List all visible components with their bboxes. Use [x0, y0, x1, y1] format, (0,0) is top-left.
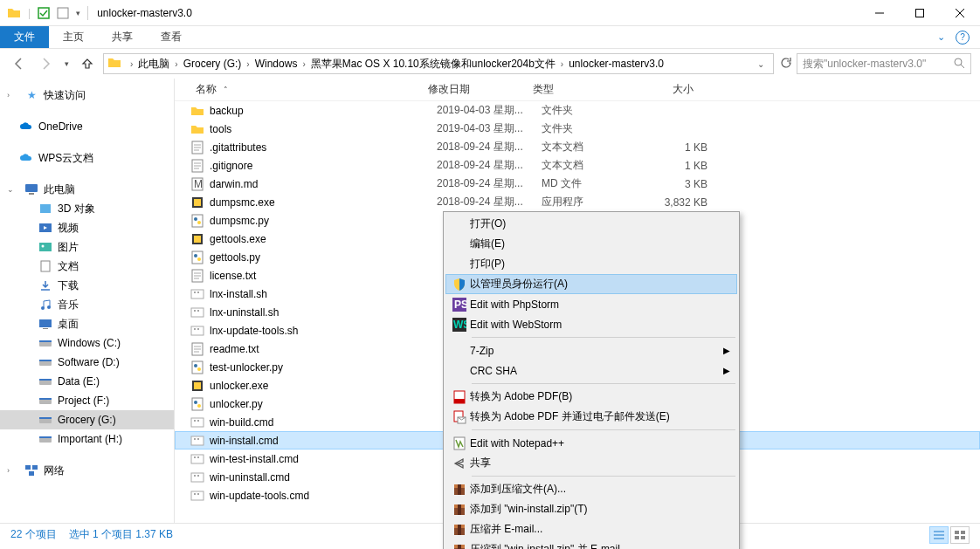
breadcrumb-item[interactable]: Grocery (G:)	[183, 58, 242, 70]
sidebar-item-onedrive[interactable]: OneDrive	[0, 117, 174, 136]
back-button[interactable]	[9, 53, 30, 74]
context-menu-item[interactable]: 打印(P)	[445, 254, 737, 274]
svg-rect-26	[39, 379, 52, 381]
sidebar-item-network[interactable]: ›网络	[0, 461, 174, 480]
sidebar-item[interactable]: 3D 对象	[0, 199, 174, 218]
search-box[interactable]: 搜索"unlocker-masterv3.0"	[797, 53, 971, 74]
breadcrumb-item[interactable]: 此电脑	[138, 57, 169, 72]
file-row[interactable]: backup2019-04-03 星期...文件夹	[175, 101, 980, 120]
file-icon	[190, 342, 204, 356]
menu-separator	[472, 337, 735, 338]
context-menu-item[interactable]: 7-Zip▶	[445, 340, 737, 360]
context-menu-item[interactable]: 以管理员身份运行(A)	[445, 274, 737, 294]
file-name: license.txt	[210, 270, 437, 282]
file-row[interactable]: tools2019-04-03 星期...文件夹	[175, 120, 980, 138]
sidebar-item-label: 音乐	[58, 298, 79, 312]
file-size: 3 KB	[646, 178, 725, 190]
sidebar-item[interactable]: 音乐	[0, 295, 174, 314]
ribbon-file-tab[interactable]: 文件	[0, 26, 49, 48]
context-menu-item[interactable]: 压缩并 E-mail...	[445, 519, 737, 539]
file-date: 2018-09-24 星期...	[437, 176, 542, 191]
context-menu-item[interactable]: 编辑(E)	[445, 234, 737, 254]
chevron-down-icon[interactable]: ▾	[76, 9, 80, 17]
large-icons-view-button[interactable]	[950, 526, 970, 544]
svg-rect-30	[39, 417, 52, 419]
close-button[interactable]	[940, 0, 980, 26]
context-menu-item[interactable]: 共享	[445, 453, 737, 473]
checkbox-icon[interactable]	[38, 7, 50, 19]
chevron-right-icon[interactable]: ›	[241, 59, 254, 69]
file-row[interactable]: dumpsmc.exe2018-09-24 星期...应用程序3,832 KB	[175, 193, 980, 211]
svg-point-85	[194, 438, 196, 440]
address-bar[interactable]: › 此电脑 › Grocery (G:) › Windows › 黑苹果Mac …	[103, 53, 774, 74]
context-menu-item[interactable]: 打开(O)	[445, 214, 737, 234]
forward-button[interactable]	[35, 53, 56, 74]
col-type[interactable]: 类型	[528, 82, 632, 97]
file-row[interactable]: .gitignore2018-09-24 星期...文本文档1 KB	[175, 156, 980, 175]
file-row[interactable]: .gitattributes2018-09-24 星期...文本文档1 KB	[175, 138, 980, 156]
drive-icon	[38, 336, 52, 350]
drive-icon	[38, 259, 52, 273]
qat-dropdown-icon[interactable]	[57, 7, 69, 19]
svg-point-18	[47, 305, 51, 309]
file-name: win-uninstall.cmd	[210, 471, 437, 484]
sidebar-item[interactable]: 图片	[0, 237, 174, 257]
sidebar-item[interactable]: 桌面	[0, 314, 174, 333]
ribbon-tab-home[interactable]: 主页	[49, 26, 98, 48]
chevron-right-icon[interactable]: ›	[7, 91, 16, 100]
up-button[interactable]	[77, 53, 98, 74]
refresh-button[interactable]	[779, 57, 791, 72]
minimize-button[interactable]	[859, 0, 900, 26]
file-size: 1 KB	[646, 141, 725, 154]
file-row[interactable]: Mdarwin.md2018-09-24 星期...MD 文件3 KB	[175, 175, 980, 193]
context-menu-item[interactable]: WSEdit with WebStorm	[445, 314, 737, 334]
sidebar-item[interactable]: Important (H:)	[0, 429, 174, 449]
chevron-right-icon[interactable]: ›	[169, 59, 183, 69]
context-menu-item[interactable]: PSEdit with PhpStorm	[445, 294, 737, 314]
sidebar-item[interactable]: 文档	[0, 257, 174, 276]
sidebar-item-wps[interactable]: WPS云文档	[0, 148, 174, 168]
ribbon-tab-share[interactable]: 共享	[98, 26, 147, 48]
file-icon	[190, 415, 204, 429]
sidebar-item[interactable]: 下载	[0, 276, 174, 295]
recent-dropdown[interactable]: ▾	[61, 53, 72, 74]
breadcrumb-item[interactable]: unlocker-masterv3.0	[569, 58, 664, 70]
sidebar-item[interactable]: 视频	[0, 218, 174, 237]
ribbon-tab-view[interactable]: 查看	[147, 26, 196, 48]
file-icon	[190, 379, 204, 393]
chevron-down-icon[interactable]: ⌄	[752, 59, 770, 69]
context-menu-item[interactable]: 转换为 Adobe PDF 并通过电子邮件发送(E)	[445, 407, 737, 427]
context-menu-item[interactable]: CRC SHA▶	[445, 360, 737, 381]
col-date[interactable]: 修改日期	[423, 82, 528, 97]
sidebar-item[interactable]: Data (E:)	[0, 372, 174, 391]
chevron-down-icon[interactable]: ⌄	[7, 185, 16, 194]
svg-point-54	[194, 254, 197, 257]
sidebar-item[interactable]: Grocery (G:)	[0, 410, 174, 429]
cloud-icon	[19, 151, 33, 165]
chevron-down-icon[interactable]: ⌄	[937, 31, 945, 43]
sidebar-item-this-pc[interactable]: ⌄此电脑	[0, 180, 174, 199]
chevron-right-icon[interactable]: ›	[125, 59, 138, 69]
sidebar-item[interactable]: Software (D:)	[0, 353, 174, 372]
maximize-button[interactable]	[900, 0, 940, 26]
quick-access-toolbar: | ▾	[7, 6, 80, 20]
breadcrumb-item[interactable]: Windows	[255, 58, 298, 70]
search-placeholder: 搜索"unlocker-masterv3.0"	[803, 57, 926, 72]
context-menu-item[interactable]: 添加到 "win-install.zip"(T)	[445, 499, 737, 519]
chevron-right-icon[interactable]: ›	[556, 59, 569, 69]
context-menu-item[interactable]: 转换为 Adobe PDF(B)	[445, 387, 737, 407]
col-name[interactable]: 名称˄	[190, 82, 423, 97]
chevron-right-icon[interactable]: ›	[7, 466, 16, 475]
col-size[interactable]: 大小	[632, 82, 711, 97]
context-menu-item[interactable]: Edit with Notepad++	[445, 433, 737, 453]
details-view-button[interactable]	[929, 526, 949, 544]
sidebar-item[interactable]: Windows (C:)	[0, 333, 174, 353]
context-menu-item[interactable]: 压缩到 "win-install.zip" 并 E-mail	[445, 539, 737, 549]
context-menu-item[interactable]: 添加到压缩文件(A)...	[445, 479, 737, 499]
sidebar-item-quick-access[interactable]: ›★快速访问	[0, 86, 174, 105]
chevron-right-icon[interactable]: ›	[297, 59, 310, 69]
sidebar-item[interactable]: Project (F:)	[0, 391, 174, 410]
breadcrumb-item[interactable]: 黑苹果Mac OS X 10.10系统镜像和unlocker204b文件	[311, 57, 556, 72]
help-icon[interactable]: ?	[956, 31, 970, 45]
menu-item-label: 7-Zip	[470, 345, 711, 357]
